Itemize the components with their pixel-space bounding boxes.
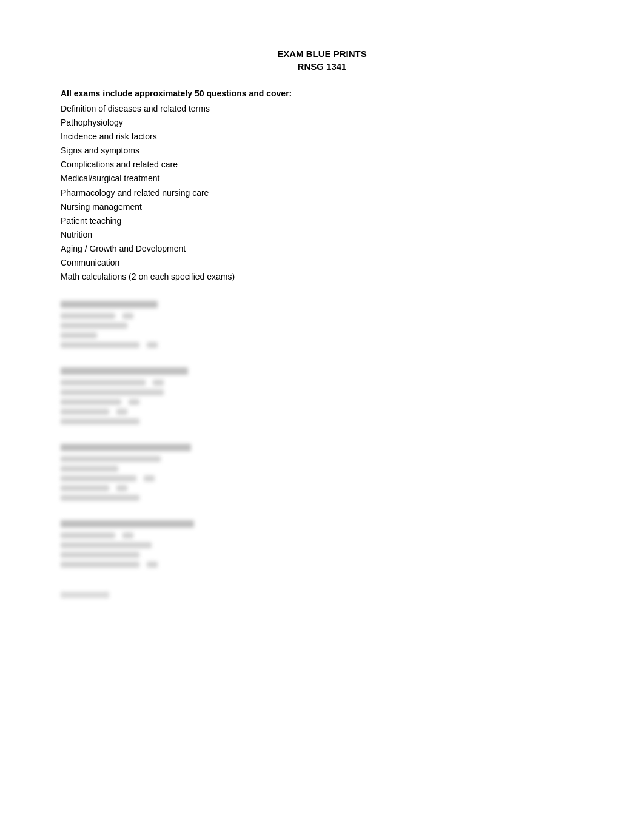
page-header: EXAM BLUE PRINTS RNSG 1341 <box>61 49 583 72</box>
blurred-group-1 <box>61 367 583 424</box>
topic-item: Aging / Growth and Development <box>61 242 583 256</box>
blurred-row-1-3 <box>61 409 583 415</box>
topics-list: Definition of diseases and related terms… <box>61 102 583 284</box>
page-title-line2: RNSG 1341 <box>61 61 583 72</box>
blurred-group-2 <box>61 444 583 501</box>
blurred-row-0-3 <box>61 342 583 348</box>
intro-heading: All exams include approximately 50 quest… <box>61 89 292 98</box>
blurred-footer <box>61 592 583 598</box>
blurred-row-3-0 <box>61 532 583 538</box>
blurred-row-1-4 <box>61 418 139 424</box>
topic-item: Pathophysiology <box>61 116 583 130</box>
blurred-row-2-4 <box>61 495 139 501</box>
intro-section: All exams include approximately 50 quest… <box>61 89 583 98</box>
blurred-row-3-1 <box>61 542 152 548</box>
blurred-row-1-0 <box>61 380 583 386</box>
topic-item: Incidence and risk factors <box>61 130 583 144</box>
topic-item: Communication <box>61 256 583 270</box>
blurred-row-1-1 <box>61 389 164 395</box>
blurred-row-3-3 <box>61 562 583 568</box>
topic-item: Definition of diseases and related terms <box>61 102 583 116</box>
blurred-content <box>61 301 583 568</box>
blurred-row-2-2 <box>61 475 583 481</box>
topic-item: Medical/surgical treatment <box>61 172 583 186</box>
blurred-row-2-3 <box>61 485 583 491</box>
topic-item: Pharmacology and related nursing care <box>61 186 583 200</box>
topic-item: Nutrition <box>61 228 583 242</box>
blurred-row-2-1 <box>61 466 118 472</box>
blurred-row-0-2 <box>61 332 97 338</box>
blurred-group-3 <box>61 520 583 568</box>
blurred-row-0-1 <box>61 323 127 329</box>
topic-item: Nursing management <box>61 200 583 214</box>
blurred-row-1-2 <box>61 399 583 405</box>
topic-item: Patient teaching <box>61 214 583 228</box>
blurred-group-0 <box>61 301 583 348</box>
topic-item: Math calculations (2 on each specified e… <box>61 270 583 284</box>
topic-item: Complications and related care <box>61 158 583 172</box>
topic-item: Signs and symptoms <box>61 144 583 158</box>
blurred-row-0-0 <box>61 313 583 319</box>
blurred-row-3-2 <box>61 552 139 558</box>
page-title-line1: EXAM BLUE PRINTS <box>61 49 583 59</box>
blurred-row-2-0 <box>61 456 161 462</box>
